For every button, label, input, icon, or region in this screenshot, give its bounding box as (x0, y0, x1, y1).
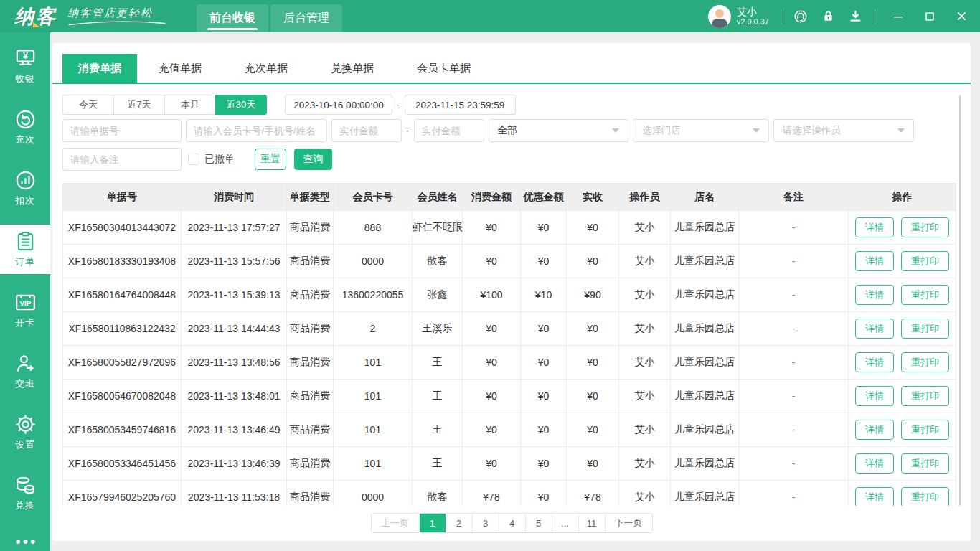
sidebar-item-recharge[interactable]: 充次 (0, 103, 50, 152)
revoked-checkbox-label[interactable]: 已撤单 (204, 153, 235, 166)
nav-tab-front-cashier[interactable]: 前台收银 (197, 4, 268, 32)
reprint-button[interactable]: 重打印 (901, 487, 949, 506)
sidebar-item-exchange[interactable]: 兑换 (0, 468, 50, 518)
sidebar-item-cashier[interactable]: ¥ 收银 (0, 42, 50, 91)
reprint-button[interactable]: 重打印 (901, 386, 949, 406)
detail-button[interactable]: 详情 (855, 251, 894, 271)
tab-consume-orders[interactable]: 消费单据 (62, 54, 137, 83)
reprint-button[interactable]: 重打印 (901, 217, 949, 237)
nav-tab-back-manage[interactable]: 后台管理 (270, 4, 342, 32)
cell-type: 商品消费 (287, 211, 334, 245)
reprint-button[interactable]: 重打印 (901, 251, 949, 271)
prev-page-button[interactable]: 上一页 (372, 514, 419, 532)
member-search-input[interactable] (186, 119, 327, 142)
page-button-4[interactable]: 4 (499, 514, 525, 532)
detail-button[interactable]: 详情 (855, 420, 894, 440)
cell-remark: - (739, 380, 849, 413)
col-time: 消费时间 (182, 184, 287, 211)
lock-icon[interactable] (820, 9, 836, 24)
sidebar-item-orders[interactable]: 订单 (0, 225, 50, 274)
tab-times-orders[interactable]: 充次单据 (223, 54, 309, 83)
cell-discount: ¥0 (521, 346, 567, 380)
cell-discount: ¥0 (521, 447, 567, 481)
operator-placeholder: 请选择操作员 (783, 124, 841, 137)
detail-button[interactable]: 详情 (855, 319, 894, 339)
cell-amount: ¥0 (463, 447, 521, 481)
close-icon[interactable] (954, 9, 969, 24)
quick-date-7days[interactable]: 近7天 (113, 95, 165, 115)
page-button-1[interactable]: 1 (419, 514, 446, 532)
quick-date-month[interactable]: 本月 (164, 95, 216, 115)
detail-button[interactable]: 详情 (855, 217, 894, 237)
cell-actions: 详情 重打印 (849, 447, 956, 481)
store-select[interactable]: 选择门店 (633, 119, 769, 142)
tab-member-card-orders[interactable]: 会员卡单据 (395, 54, 492, 83)
date-to-input[interactable] (405, 95, 516, 115)
cell-type: 商品消费 (287, 312, 334, 346)
quick-date-today[interactable]: 今天 (62, 95, 114, 115)
reset-button[interactable]: 重置 (255, 149, 286, 170)
page-button-11[interactable]: 11 (578, 514, 605, 532)
store-placeholder: 选择门店 (642, 124, 681, 137)
page-button-5[interactable]: 5 (525, 514, 552, 532)
quick-date-30days[interactable]: 近30天 (215, 95, 267, 115)
minimize-icon[interactable] (891, 9, 905, 24)
tab-label: 兑换单据 (331, 62, 374, 75)
cell-actions: 详情 重打印 (849, 346, 956, 380)
cell-type: 商品消费 (287, 413, 334, 447)
detail-button[interactable]: 详情 (855, 487, 894, 506)
page-button-3[interactable]: 3 (472, 514, 499, 532)
app-tagline: 纳客管店更轻松 (67, 6, 166, 20)
amount-max-input[interactable] (414, 119, 484, 142)
table-row: XF16580110863122432 2023-11-13 14:44:43 … (63, 312, 956, 346)
amount-min-input[interactable] (331, 119, 402, 142)
tab-exchange-orders[interactable]: 兑换单据 (309, 54, 395, 83)
cell-order-no: XF16580110863122432 (63, 312, 182, 346)
reprint-button[interactable]: 重打印 (901, 319, 949, 339)
detail-button[interactable]: 详情 (855, 285, 894, 305)
detail-button[interactable]: 详情 (855, 352, 894, 372)
filter-row-search: - 全部 选择门店 请选择操作员 (62, 119, 961, 142)
cell-operator: 艾小 (619, 413, 671, 447)
sidebar-item-open-card[interactable]: VIP 开卡 (0, 286, 50, 335)
orders-icon (14, 230, 37, 253)
sidebar-item-deduct[interactable]: 扣次 (0, 164, 50, 213)
cell-paid: ¥0 (567, 346, 619, 380)
reprint-button[interactable]: 重打印 (901, 352, 949, 372)
download-icon[interactable] (847, 9, 863, 24)
col-operator: 操作员 (619, 184, 671, 211)
topbar: 纳客 纳客管店更轻松 前台收银 后台管理 艾小 v2.0.0.37 (0, 0, 980, 32)
maximize-icon[interactable] (923, 9, 937, 24)
cell-actions: 详情 重打印 (849, 380, 956, 413)
cell-amount: ¥0 (463, 346, 521, 380)
next-page-button[interactable]: 下一页 (605, 514, 652, 532)
tab-recharge-orders[interactable]: 充值单据 (137, 54, 223, 83)
reprint-button[interactable]: 重打印 (901, 420, 949, 440)
cell-order-no: XF16579946025205760 (63, 481, 182, 507)
cell-time: 2023-11-13 15:39:13 (182, 278, 287, 312)
reprint-button[interactable]: 重打印 (901, 285, 949, 305)
page-ellipsis[interactable]: ... (552, 514, 578, 532)
operator-select[interactable]: 请选择操作员 (773, 119, 914, 142)
content-card: 消费单据 充值单据 充次单据 兑换单据 会员卡单据 今天 近7天 本月 近30天… (52, 43, 971, 541)
page-button-2[interactable]: 2 (446, 514, 472, 532)
cell-member: 王 (413, 413, 463, 447)
pay-type-select[interactable]: 全部 (489, 119, 628, 142)
cell-discount: ¥0 (521, 413, 567, 447)
col-remark: 备注 (739, 184, 849, 211)
quick-date-group: 今天 近7天 本月 近30天 (62, 95, 267, 115)
reprint-button[interactable]: 重打印 (901, 453, 949, 474)
order-no-input[interactable] (62, 119, 182, 142)
vertical-scrollbar[interactable] (959, 95, 961, 506)
sidebar-item-settings[interactable]: 设置 (0, 408, 50, 457)
user-account[interactable]: 艾小 v2.0.0.37 (708, 5, 769, 28)
detail-button[interactable]: 详情 (855, 453, 894, 474)
revoked-checkbox[interactable] (188, 154, 199, 165)
search-button[interactable]: 查询 (294, 149, 332, 170)
sidebar-item-more[interactable]: 更多 (0, 529, 50, 551)
sidebar-item-shift[interactable]: 交班 (0, 347, 50, 396)
detail-button[interactable]: 详情 (855, 386, 894, 406)
date-from-input[interactable] (285, 95, 392, 115)
support-icon[interactable] (793, 9, 809, 24)
remark-input[interactable] (62, 148, 182, 171)
